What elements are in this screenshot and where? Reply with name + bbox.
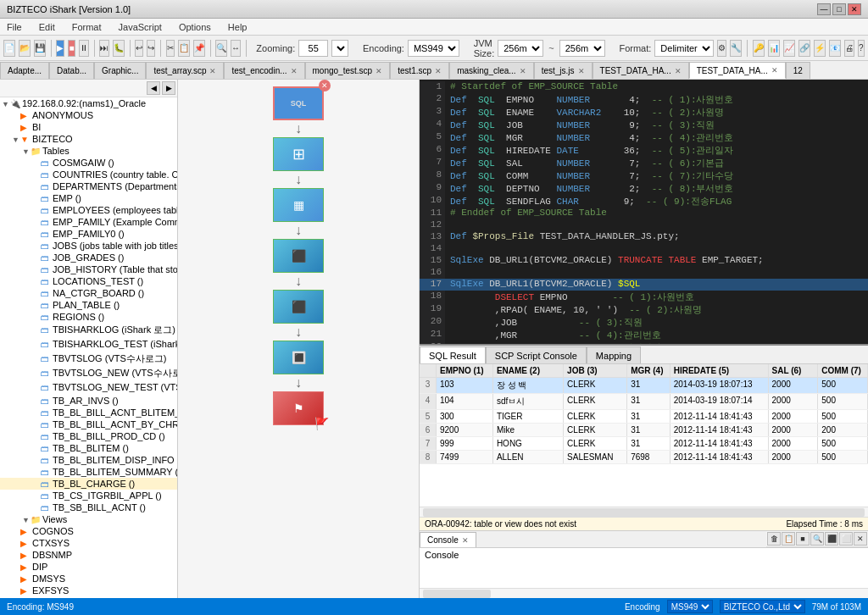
tree-table-jobs[interactable]: 🗃JOBS (jobs table with job titles... [0,240,177,252]
console-filter-button[interactable]: 🔍 [810,532,824,546]
format-select[interactable]: Delimiter [654,40,714,57]
tree-table-tb-bl-charge[interactable]: 🗃TB_BL_CHARGE () [0,478,177,490]
tree-table-tbvtslog-new-test[interactable]: 🗃TBVTSLOG_NEW_TEST (VTS수... [0,380,177,395]
tree-node-dmsys[interactable]: ▶DMSYS [0,573,177,585]
minimize-button[interactable]: — [817,3,831,15]
flow-node-proc1[interactable]: ⊞ [273,137,324,171]
new-button[interactable]: 📄 [3,40,15,57]
console-clear-button[interactable]: 🗑 [767,532,781,546]
extra-btn6[interactable]: 📧 [829,40,841,57]
save-button[interactable]: 💾 [34,40,46,57]
tab-graphic[interactable]: Graphic... [94,62,146,79]
format-btn1[interactable]: ⚙ [717,40,726,57]
lp-btn1[interactable]: ◀ [147,81,160,95]
tab-mapping[interactable]: Mapping [587,346,641,363]
tab-test-array[interactable]: test_array.scp✕ [146,62,224,79]
tab-scp-script-console[interactable]: SCP Script Console [486,346,587,363]
tree-node-tables[interactable]: ▼📁Tables [0,145,177,157]
extra-btn3[interactable]: 📈 [783,40,795,57]
tree-table-tb-sb-bill-acnt[interactable]: 🗃TB_SB_BILL_ACNT () [0,501,177,513]
flow-node-proc3[interactable]: ⬛ [273,239,324,273]
tab-test-encoding[interactable]: test_encodin...✕ [224,62,304,79]
tree-table-countries[interactable]: 🗃COUNTRIES (country table. Co [0,169,177,180]
extra-btn8[interactable]: ? [858,40,865,57]
menu-options[interactable]: Options [175,21,214,33]
console-tab-close-icon[interactable]: ✕ [462,536,469,545]
tree-node-bi[interactable]: ▶BI [0,121,177,133]
redo-button[interactable]: ↪ [147,40,155,57]
menu-file[interactable]: File [3,21,25,33]
menu-edit[interactable]: Edit [36,21,58,33]
tree-table-tb-bl-bill-prod-cd[interactable]: 🗃TB_BL_BILL_PROD_CD () [0,430,177,442]
flow-node-proc2[interactable]: ▦ [273,188,324,222]
tree-table-locations-test[interactable]: 🗃LOCATIONS_TEST () [0,275,177,287]
jvm-select2[interactable]: 256m [559,40,605,57]
tree-table-tb-bl-blitem[interactable]: 🗃TB_BL_BLITEM () [0,442,177,454]
tab-test-js[interactable]: test_js.js✕ [534,62,593,79]
table-row[interactable]: 3 103 장 성 백 CLERK 31 2014-03-19 18:07:13… [420,378,868,394]
tree-table-cosmgaiw[interactable]: 🗃COSMGAIW () [0,157,177,169]
lp-btn2[interactable]: ▶ [162,81,175,95]
menu-format[interactable]: Format [69,21,105,33]
tree-table-plan-table[interactable]: 🗃PLAN_TABLE () [0,299,177,311]
extra-btn1[interactable]: 🔑 [753,40,765,57]
run-button[interactable]: ▶ [56,40,64,57]
tree-node-oracle[interactable]: ▼🔌192.168.0.92:(nams1)_Oracle [0,97,177,109]
tree-table-tbvtslog-new[interactable]: 🗃TBVTSLOG_NEW (VTS수사로그... [0,366,177,380]
encoding-select[interactable]: MS949 [408,40,459,57]
menu-help[interactable]: Help [225,21,251,33]
tree-node-views[interactable]: ▼📁Views [0,513,177,525]
tree-container[interactable]: ▼🔌192.168.0.92:(nams1)_Oracle ▶ANONYMOUS… [0,97,177,598]
maximize-button[interactable]: □ [832,3,846,15]
status-connection-dropdown[interactable]: BIZTECO Co.,Ltd [720,600,805,613]
tree-table-tb-cs-itgrbil-appl[interactable]: 🗃TB_CS_ITGRBIL_APPL () [0,490,177,501]
tab-database[interactable]: Datab... [49,62,94,79]
undo-button[interactable]: ↩ [135,40,143,57]
pause-button[interactable]: ⏸ [79,40,89,57]
tab-mongo-test[interactable]: mongo_test.scp✕ [305,62,391,79]
tree-table-tbvtslog[interactable]: 🗃TBVTSLOG (VTS수사로그) [0,352,177,366]
tab-test-data-ha2[interactable]: TEST_DATA_HA...✕ [689,62,786,79]
paste-button[interactable]: 📌 [193,40,205,57]
table-row[interactable]: 4 104 sdfㅂ시 CLERK 31 2014-03-19 18:07:14… [420,394,868,410]
close-button[interactable]: ✕ [848,3,861,15]
tree-node-exfsys[interactable]: ▶EXFSYS [0,585,177,596]
tree-node-bizteco[interactable]: ▼▼BIZTECO [0,133,177,145]
tree-node-cognos[interactable]: ▶COGNOS [0,525,177,537]
extra-btn7[interactable]: 🖨 [844,40,854,57]
copy-button[interactable]: 📋 [178,40,190,57]
tab-adapter[interactable]: Adapte... [0,62,49,79]
debug-button[interactable]: 🐛 [113,40,125,57]
open-button[interactable]: 📂 [19,40,31,57]
zooming-input[interactable] [298,40,328,57]
tree-table-tb-bl-blitem-disp-info[interactable]: 🗃TB_BL_BLITEM_DISP_INFO () [0,454,177,466]
replace-button[interactable]: ↔ [231,40,241,57]
tree-table-job-history[interactable]: 🗃JOB_HISTORY (Table that store... [0,263,177,275]
jvm-select1[interactable]: 256m [498,40,543,57]
tab-sql-result[interactable]: SQL Result [420,346,486,363]
tree-node-hr[interactable]: ▶HR [0,596,177,598]
extra-btn2[interactable]: 📊 [768,40,780,57]
console-close-button[interactable]: ✕ [854,532,867,546]
tree-table-tb-bl-blitem-summary[interactable]: 🗃TB_BL_BLITEM_SUMMARY () [0,466,177,478]
tree-table-regions[interactable]: 🗃REGIONS () [0,311,177,323]
tree-table-tbsharklog[interactable]: 🗃TBISHARKLOG (iShark 로그) [0,323,177,337]
tree-table-na-ctgr-board[interactable]: 🗃NA_CTGR_BOARD () [0,287,177,299]
menu-javascript[interactable]: JavaScript [115,21,165,33]
console-minimize-button[interactable]: ⬛ [825,532,838,546]
tree-table-tbsharklog-test[interactable]: 🗃TBISHARKLOG_TEST (iShark 로... [0,337,177,352]
flow-node-proc5[interactable]: 🔳 [273,341,324,374]
tree-table-tb-ar-invs[interactable]: 🗃TB_AR_INVS () [0,395,177,407]
tree-table-emp[interactable]: 🗃EMP () [0,192,177,204]
table-row[interactable]: 5 300 TIGER CLERK 31 2012-11-14 18:41:43… [420,410,868,424]
tree-table-employees[interactable]: 🗃EMPLOYEES (employees table... [0,204,177,216]
format-btn2[interactable]: 🔧 [730,40,742,57]
results-body[interactable]: 3 103 장 성 백 CLERK 31 2014-03-19 18:07:13… [420,378,868,507]
search-button[interactable]: 🔍 [215,40,227,57]
console-body[interactable]: Console [420,548,868,588]
table-row[interactable]: 6 9200 Mike CLERK 31 2012-11-14 18:41:43… [420,424,868,437]
extra-btn5[interactable]: ⚡ [814,40,826,57]
zooming-select[interactable]: ▼ [331,40,348,57]
table-row[interactable]: 8 7499 ALLEN SALESMAN 7698 2012-11-14 18… [420,451,868,464]
step-button[interactable]: ⏭ [99,40,109,57]
